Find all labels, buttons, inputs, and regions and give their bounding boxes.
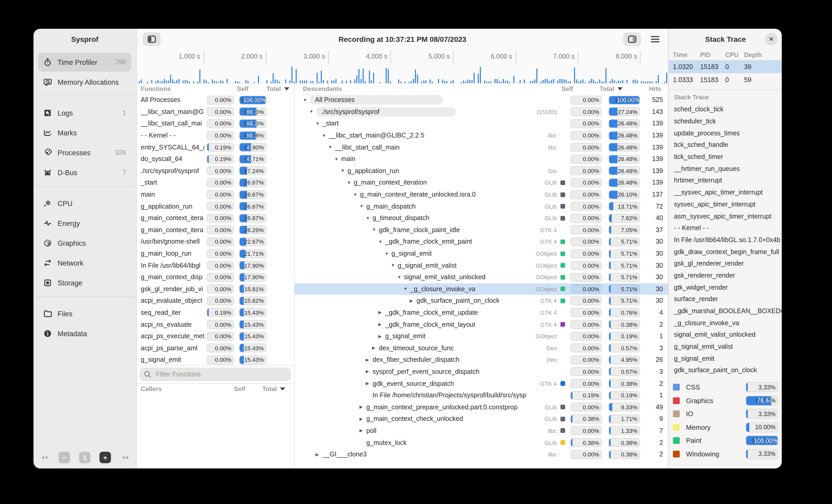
sidebar-item-time-profiler[interactable]: Time Profiler798 bbox=[38, 53, 131, 72]
descendant-row[interactable]: ▼g_signal_emit_valistGObject0.00%5.71%30 bbox=[294, 259, 668, 271]
expander-closed-icon[interactable]: ▶ bbox=[378, 334, 385, 338]
function-row[interactable]: main0.00%26.67%26.67% bbox=[136, 189, 294, 200]
expander-open-icon[interactable]: ▼ bbox=[378, 240, 385, 244]
descendant-row[interactable]: ▶g_main_context_check_unlockedGLib0.38%1… bbox=[294, 413, 668, 425]
toggle-sidebar-button[interactable] bbox=[143, 32, 161, 46]
expander-open-icon[interactable]: ▼ bbox=[341, 169, 347, 173]
stack-frame[interactable]: __hrtimer_run_queues bbox=[669, 163, 782, 175]
descendant-row[interactable]: ▶gdk_surface_paint_on_clockGTK 40.00%5.7… bbox=[294, 295, 668, 307]
descendant-row[interactable]: ▼g_main_context_iterationGLib0.00%26.48%… bbox=[294, 177, 668, 189]
descendant-row[interactable]: ▼signal_emit_valist_unlockedGObject0.00%… bbox=[294, 271, 668, 283]
samples-col-cpu[interactable]: CPU bbox=[725, 51, 744, 59]
descendant-row[interactable]: ▼_gdk_frame_clock_emit_paintGTK 40.00%5.… bbox=[294, 236, 668, 248]
total-column-header[interactable]: Total bbox=[262, 85, 294, 92]
descendant-row[interactable]: ▶polllibc0.00%1.33%7 bbox=[294, 425, 668, 437]
descendant-row[interactable]: ▼g_signal_emitGObject0.00%5.71%30 bbox=[294, 248, 668, 259]
samples-col-time[interactable]: Time bbox=[673, 51, 700, 59]
expander-open-icon[interactable]: ▼ bbox=[347, 180, 354, 185]
function-row[interactable]: g_main_context_disp0.00%17.90%17.90% bbox=[136, 271, 294, 283]
sidebar-item-storage[interactable]: Storage bbox=[38, 274, 131, 292]
callers-total-column-header[interactable]: Total bbox=[255, 385, 292, 393]
descendant-row[interactable]: ▶dex_timeout_source_funcDex0.00%0.57%3 bbox=[294, 342, 668, 354]
function-row[interactable]: /usr/bin/gnome-shell0.00%22.67%22.67% bbox=[136, 236, 294, 248]
stack-frame[interactable]: asm_sysvec_apic_timer_interrupt bbox=[669, 210, 782, 222]
stack-frame[interactable]: scheduler_tick bbox=[669, 115, 782, 127]
descendant-row[interactable]: ▼g_application_runGio0.00%26.48%26.48%13… bbox=[294, 165, 668, 177]
toggle-stack-panel-button[interactable] bbox=[623, 32, 641, 46]
descendants-total-column-header[interactable]: Total bbox=[600, 85, 638, 92]
expander-open-icon[interactable]: ▼ bbox=[322, 133, 329, 138]
function-row[interactable]: All Processes0.00%100.00%100.00% bbox=[136, 94, 294, 106]
function-row[interactable]: gsk_gl_render_job_vi0.00%15.81%15.81% bbox=[136, 283, 294, 295]
rewind-button[interactable] bbox=[38, 452, 50, 463]
expander-open-icon[interactable]: ▼ bbox=[353, 192, 360, 197]
function-row[interactable]: seq_read_iter0.19%15.43%15.43% bbox=[136, 307, 294, 318]
descendants-hits-column-header[interactable]: Hits bbox=[640, 85, 661, 92]
descendant-row[interactable]: g_mutex_lockGLib0.38%0.38%2 bbox=[294, 437, 668, 448]
stack-frame[interactable]: In File /usr/lib64/libGL.so.1.7.0+0x4b bbox=[669, 234, 782, 246]
expander-open-icon[interactable]: ▼ bbox=[334, 157, 341, 162]
descendant-row[interactable]: ▶sysprof_perf_event_source_dispatch0.00%… bbox=[294, 366, 668, 377]
sidebar-item-processes[interactable]: Processes326 bbox=[38, 143, 131, 162]
expander-closed-icon[interactable]: ▶ bbox=[366, 358, 372, 362]
expander-open-icon[interactable]: ▼ bbox=[366, 216, 372, 220]
stack-frame[interactable]: _g_closure_invoke_va bbox=[669, 317, 782, 329]
function-row[interactable]: In File /usr/lib64/libgl0.00%17.90%17.90… bbox=[136, 259, 294, 271]
expander-closed-icon[interactable]: ▶ bbox=[315, 452, 322, 457]
descendant-row[interactable]: In File /home/christian/Projects/sysprof… bbox=[294, 390, 668, 401]
expander-closed-icon[interactable]: ▶ bbox=[372, 346, 379, 351]
sidebar-item-files[interactable]: Files bbox=[38, 304, 131, 323]
descendant-row[interactable]: ▼g_main_dispatchGLib0.00%13.71%13.71%72 bbox=[294, 200, 668, 212]
sidebar-item-network[interactable]: Network bbox=[38, 254, 131, 272]
stack-frame[interactable]: tick_sched_timer bbox=[669, 151, 782, 163]
sidebar-item-metadata[interactable]: Metadata bbox=[38, 324, 131, 343]
zoom-in-button[interactable]: + bbox=[99, 452, 111, 463]
expander-open-icon[interactable]: ▼ bbox=[404, 287, 410, 291]
filter-functions-box[interactable] bbox=[140, 368, 291, 381]
expander-closed-icon[interactable]: ▶ bbox=[378, 322, 385, 327]
zoom-one-button[interactable]: 1 bbox=[79, 452, 90, 463]
stack-frame[interactable]: tick_sched_handle bbox=[669, 139, 782, 151]
samples-col-depth[interactable]: Depth bbox=[744, 51, 762, 59]
descendant-row[interactable]: ▼g_timeout_dispatchGLib0.00%7.62%40 bbox=[294, 212, 668, 224]
descendant-row[interactable]: ▶_gdk_frame_clock_emit_layoutGTK 40.00%0… bbox=[294, 319, 668, 330]
function-row[interactable]: g_application_run0.00%26.67%26.67% bbox=[136, 200, 294, 212]
zoom-out-button[interactable]: − bbox=[59, 452, 70, 463]
sidebar-item-marks[interactable]: Marks bbox=[38, 123, 131, 142]
expander-closed-icon[interactable]: ▶ bbox=[366, 381, 372, 386]
stack-frame[interactable]: hrtimer_interrupt bbox=[669, 175, 782, 187]
expander-open-icon[interactable]: ▼ bbox=[315, 121, 322, 126]
primary-menu-button[interactable] bbox=[647, 32, 663, 46]
stack-frame[interactable]: __sysvec_apic_timer_interrupt bbox=[669, 187, 782, 198]
descendant-row[interactable]: ▶gdk_event_source_dispatchGTK 40.00%0.38… bbox=[294, 378, 668, 390]
stack-frame[interactable]: - - Kernel - - bbox=[669, 222, 782, 234]
expander-open-icon[interactable]: ▼ bbox=[328, 145, 335, 149]
cpu-activity-histogram[interactable] bbox=[136, 65, 668, 84]
expander-open-icon[interactable]: ▼ bbox=[397, 275, 404, 279]
expander-open-icon[interactable]: ▼ bbox=[385, 251, 391, 256]
descendant-row[interactable]: ▶g_main_context_prepare_unlocked.part.0.… bbox=[294, 401, 668, 413]
descendant-row[interactable]: ▼gdk_frame_clock_paint_idleGTK 40.00%7.0… bbox=[294, 224, 668, 236]
expander-closed-icon[interactable]: ▶ bbox=[360, 428, 366, 433]
function-row[interactable]: __libc_start_main@G0.00%60.76%60.76% bbox=[136, 106, 294, 118]
function-row[interactable]: entry_SYSCALL_64_a0.19%41.90%41.90% bbox=[136, 141, 294, 153]
stack-frame[interactable]: gtk_widget_render bbox=[669, 282, 782, 293]
descendant-row[interactable]: ▶__GI___clone3libc0.00%0.38%2 bbox=[294, 449, 668, 460]
descendants-column-header[interactable]: Descendants bbox=[294, 85, 562, 92]
stack-frame[interactable]: gsk_gl_renderer_render bbox=[669, 258, 782, 270]
descendants-self-column-header[interactable]: Self bbox=[562, 85, 593, 92]
sidebar-item-d-bus[interactable]: D-Bus7 bbox=[38, 163, 131, 182]
stack-frame[interactable]: signal_emit_valist_unlocked bbox=[669, 329, 782, 341]
stack-frame[interactable]: update_process_times bbox=[669, 127, 782, 139]
timeline-ruler[interactable]: 1.000 s2.000 s3.000 s4.000 s5.000 s6.000… bbox=[136, 50, 668, 65]
expander-open-icon[interactable]: ▼ bbox=[372, 228, 379, 232]
function-row[interactable]: g_main_loop_run0.00%21.71%21.71% bbox=[136, 248, 294, 259]
sidebar-item-memory-allocations[interactable]: Memory Allocations bbox=[38, 73, 131, 91]
expander-open-icon[interactable]: ▼ bbox=[391, 263, 398, 268]
expander-closed-icon[interactable]: ▶ bbox=[410, 299, 417, 303]
descendant-row[interactable]: ▼_g_closure_invoke_vaGObject0.00%5.71%30 bbox=[294, 283, 668, 295]
sample-row[interactable]: 1.032015183039 bbox=[669, 60, 782, 73]
descendant-row[interactable]: ▶dex_fiber_scheduler_dispatchDex0.00%4.9… bbox=[294, 354, 668, 366]
function-row[interactable]: g_main_context_itera0.00%26.67%26.67% bbox=[136, 212, 294, 224]
descendant-row[interactable]: ▼_start0.00%26.48%26.48%139 bbox=[294, 118, 668, 130]
